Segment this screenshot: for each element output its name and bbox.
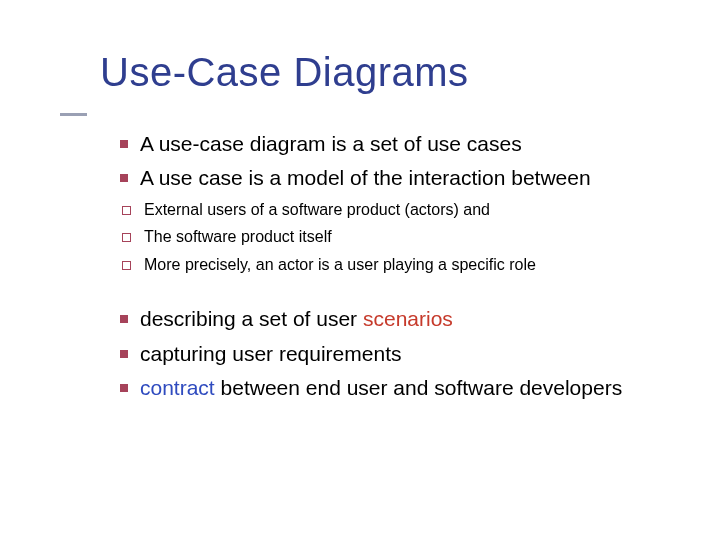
list-item: A use case is a model of the interaction…	[120, 164, 690, 192]
list-item: capturing user requirements	[120, 340, 690, 368]
list-item: External users of a software product (ac…	[122, 199, 690, 221]
bullet-list: A use-case diagram is a set of use cases…	[100, 130, 690, 403]
slide: Use-Case Diagrams A use-case diagram is …	[0, 0, 720, 540]
list-item: describing a set of user scenarios	[120, 305, 690, 333]
slide-title: Use-Case Diagrams	[100, 50, 690, 95]
list-item: More precisely, an actor is a user playi…	[122, 254, 690, 276]
text: between end user and software developers	[215, 376, 622, 399]
list-item: contract between end user and software d…	[120, 374, 690, 402]
list-item: A use-case diagram is a set of use cases	[120, 130, 690, 158]
text: describing a set of user	[140, 307, 363, 330]
spacer	[120, 281, 690, 305]
emphasis-contract: contract	[140, 376, 215, 399]
list-item: The software product itself	[122, 226, 690, 248]
emphasis-scenarios: scenarios	[363, 307, 453, 330]
accent-bar	[60, 113, 87, 116]
